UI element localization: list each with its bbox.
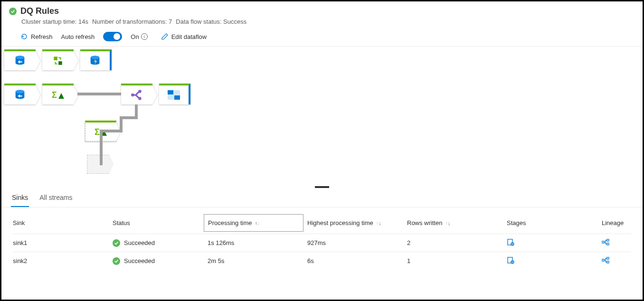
aggregate-node[interactable]: Σ — [42, 84, 74, 104]
svg-rect-14 — [174, 95, 180, 100]
success-icon — [9, 8, 17, 15]
page-title: DQ Rules — [20, 6, 59, 16]
lineage-link[interactable] — [602, 256, 630, 265]
col-highest-processing[interactable]: Highest processing time ↑↓ — [307, 219, 407, 226]
dataflow-canvas[interactable]: Σ Σ — [1, 47, 643, 189]
edit-dataflow-button[interactable]: Edit dataflow — [161, 33, 207, 40]
col-status[interactable]: Status — [113, 219, 208, 226]
cell-highest: 6s — [307, 257, 407, 264]
svg-rect-18 — [602, 241, 604, 243]
svg-rect-25 — [607, 261, 609, 263]
svg-point-11 — [131, 94, 134, 97]
col-sink[interactable]: Sink — [13, 219, 113, 226]
transform-node[interactable] — [42, 49, 74, 70]
info-icon[interactable]: i — [141, 33, 148, 40]
cell-status: Succeeded — [113, 239, 208, 247]
cell-highest: 927ms — [307, 239, 407, 246]
sink-node-2[interactable] — [159, 84, 190, 104]
cell-processing: 1s 126ms — [208, 239, 307, 246]
tab-all-streams[interactable]: All streams — [38, 189, 73, 207]
pane-resize-handle[interactable] — [315, 186, 329, 188]
table-row: sink2 Succeeded 2m 5s 6s 1 — [13, 252, 631, 270]
cell-rows: 1 — [407, 257, 507, 264]
col-processing-time[interactable]: Processing time ↑↓ — [204, 214, 303, 232]
svg-rect-23 — [602, 259, 604, 261]
col-rows-written[interactable]: Rows written ↑↓ — [407, 219, 507, 226]
sort-icon: ↑↓ — [445, 220, 450, 226]
cell-rows: 2 — [407, 239, 507, 246]
success-icon — [113, 239, 120, 247]
source-node[interactable] — [4, 49, 36, 70]
svg-rect-13 — [168, 90, 173, 94]
svg-point-10 — [138, 97, 142, 100]
svg-point-9 — [138, 90, 142, 93]
placeholder-node[interactable] — [87, 155, 114, 174]
aggregate-node-2[interactable]: Σ — [85, 121, 116, 141]
auto-refresh-state: On — [131, 33, 139, 40]
auto-refresh-toggle[interactable] — [103, 32, 122, 41]
svg-rect-20 — [607, 243, 609, 245]
sort-icon: ↑↓ — [255, 220, 260, 226]
auto-refresh-label: Auto refresh — [61, 33, 95, 40]
status-info: Cluster startup time: 14s Number of tran… — [9, 16, 635, 25]
edit-icon — [161, 33, 169, 40]
svg-text:Σ: Σ — [95, 127, 100, 137]
table-row: sink1 Succeeded 1s 126ms 927ms 2 — [13, 234, 631, 252]
refresh-icon — [20, 33, 28, 40]
tab-sinks[interactable]: Sinks — [11, 189, 29, 207]
cell-status: Succeeded — [113, 257, 208, 265]
source-node-2[interactable] — [4, 84, 36, 104]
svg-rect-2 — [54, 56, 57, 60]
svg-rect-24 — [607, 257, 609, 259]
split-node[interactable] — [121, 84, 152, 104]
refresh-button[interactable]: Refresh — [20, 33, 53, 40]
svg-point-7 — [16, 90, 25, 94]
lineage-link[interactable] — [602, 238, 630, 247]
success-icon — [113, 257, 120, 265]
svg-rect-19 — [607, 239, 609, 241]
cell-sink: sink2 — [13, 257, 113, 264]
col-stages[interactable]: Stages — [507, 219, 602, 226]
sort-icon: ↑↓ — [376, 220, 381, 226]
svg-text:Σ: Σ — [52, 90, 57, 100]
svg-point-1 — [16, 56, 25, 59]
cell-sink: sink1 — [13, 239, 113, 246]
stages-link[interactable] — [507, 238, 602, 247]
stages-link[interactable] — [507, 256, 602, 265]
sink-node[interactable] — [80, 49, 112, 70]
svg-rect-3 — [58, 61, 62, 65]
col-lineage[interactable]: Lineage — [602, 219, 630, 226]
svg-point-5 — [91, 56, 100, 59]
cell-processing: 2m 5s — [208, 257, 307, 264]
